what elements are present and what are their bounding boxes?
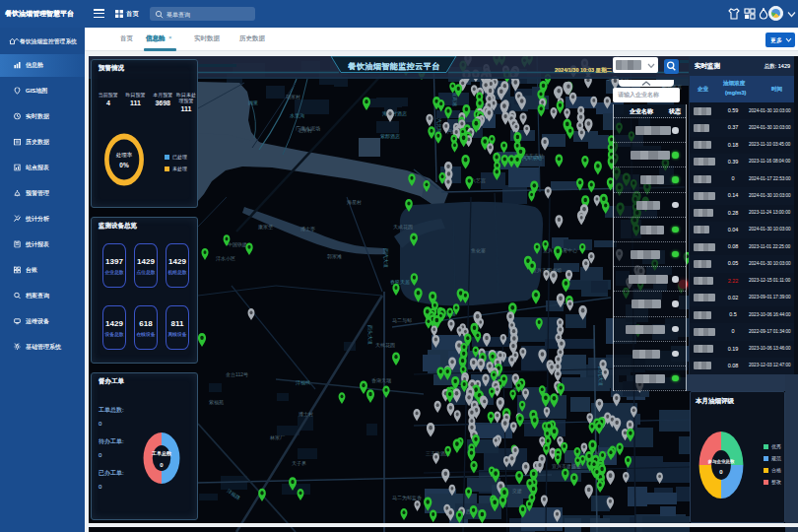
svg-text:郭家滩: 郭家滩 bbox=[327, 253, 342, 260]
svg-text:金台112号: 金台112号 bbox=[226, 371, 248, 377]
svg-text:马二为邹监香: 马二为邹监香 bbox=[392, 495, 422, 500]
svg-text:马二与邹: 马二与邹 bbox=[392, 317, 412, 323]
svg-text:博士亭: 博士亭 bbox=[299, 226, 315, 233]
svg-text:工单总数: 工单总数 bbox=[151, 450, 172, 457]
svg-text:春晓天居: 春晓天居 bbox=[390, 279, 410, 286]
svg-text:中国铁建: 中国铁建 bbox=[228, 241, 247, 248]
svg-text:处理率: 处理率 bbox=[116, 152, 133, 159]
svg-text:0%: 0% bbox=[119, 162, 129, 168]
svg-text:天成花园: 天成花园 bbox=[393, 224, 413, 231]
svg-text:天子界: 天子界 bbox=[292, 460, 306, 467]
svg-text:鱼化寨: 鱼化寨 bbox=[471, 247, 486, 254]
svg-text:六艺宫: 六艺宫 bbox=[471, 177, 486, 183]
svg-text:沣福线: 沣福线 bbox=[296, 379, 310, 386]
svg-text:闻里: 闻里 bbox=[248, 100, 258, 106]
svg-text:汽北路: 汽北路 bbox=[435, 118, 442, 133]
svg-text:西头大道: 西头大道 bbox=[366, 325, 373, 345]
svg-text:沣水小区: 沣水小区 bbox=[216, 255, 235, 262]
svg-text:毛家村: 毛家村 bbox=[298, 127, 312, 134]
svg-text:林家厂: 林家厂 bbox=[269, 434, 285, 440]
svg-text:香湖天瑞: 香湖天瑞 bbox=[371, 377, 392, 383]
svg-text:紫福苑: 紫福苑 bbox=[209, 399, 224, 406]
svg-text:胡家村: 胡家村 bbox=[286, 94, 300, 100]
svg-text:西汽大道: 西汽大道 bbox=[382, 248, 389, 268]
svg-text:交建: 交建 bbox=[512, 488, 522, 495]
svg-text:康家堡: 康家堡 bbox=[258, 224, 273, 230]
svg-text:海鲜村酒店: 海鲜村酒店 bbox=[382, 110, 407, 117]
svg-text:紫郡酒店: 紫郡酒店 bbox=[380, 133, 400, 140]
svg-text:博士村: 博士村 bbox=[298, 411, 313, 418]
svg-text:海星村: 海星村 bbox=[347, 199, 362, 206]
svg-text:0: 0 bbox=[160, 462, 164, 468]
svg-text:水泉沟: 水泉沟 bbox=[290, 112, 304, 119]
svg-text:天线花园: 天线花园 bbox=[375, 342, 395, 349]
